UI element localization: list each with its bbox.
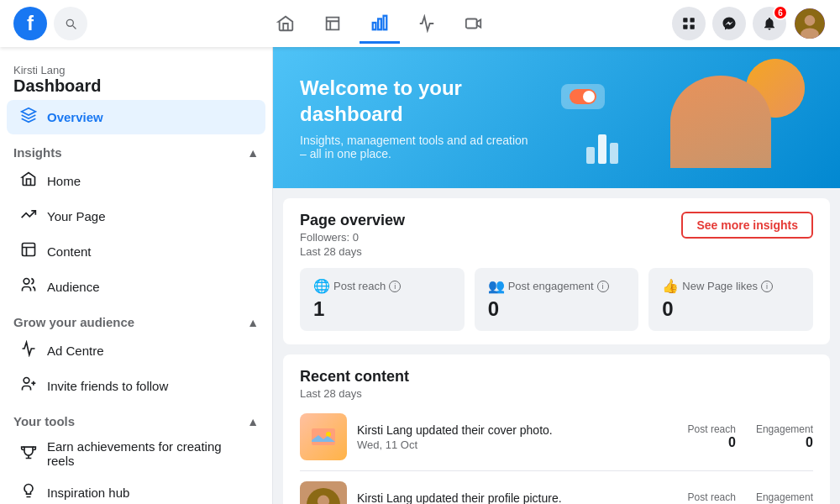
page-overview-card: Page overview Followers: 0 Last 28 days … bbox=[283, 198, 830, 344]
content-icon bbox=[20, 241, 37, 262]
grow-chevron-icon[interactable]: ▲ bbox=[247, 316, 259, 329]
new-page-likes-card: 👍 New Page likes i 0 bbox=[648, 268, 813, 331]
post-engagement-info-icon[interactable]: i bbox=[597, 281, 609, 292]
tools-chevron-icon[interactable]: ▲ bbox=[247, 415, 259, 428]
sidebar-item-invite-friends[interactable]: Invite friends to follow bbox=[7, 369, 265, 403]
sidebar-grow-title: Grow your audience bbox=[13, 315, 134, 329]
content-area: Welcome to your dashboard Insights, mana… bbox=[273, 47, 840, 504]
svg-rect-7 bbox=[690, 25, 695, 29]
nav-home-button[interactable] bbox=[265, 3, 306, 44]
lightbulb-icon bbox=[20, 482, 37, 503]
search-button[interactable] bbox=[54, 7, 87, 40]
svg-point-12 bbox=[24, 279, 29, 285]
profile-pic-stats: Post reach 0 Engagement 0 bbox=[688, 491, 813, 504]
new-page-likes-label: 👍 New Page likes i bbox=[662, 278, 800, 294]
post-engagement-label: 👥 Post engagement i bbox=[488, 278, 626, 294]
insights-chevron-icon[interactable]: ▲ bbox=[247, 146, 259, 160]
top-navigation: f 6 bbox=[0, 0, 840, 47]
main-layout: Kirsti Lang Dashboard Overview Insights … bbox=[0, 47, 840, 504]
cover-photo-desc: Kirsti Lang updated their cover photo. bbox=[357, 423, 678, 437]
svg-rect-4 bbox=[683, 18, 687, 22]
page-overview-title: Page overview bbox=[300, 212, 405, 229]
sidebar-home-label: Home bbox=[47, 174, 81, 188]
sidebar-item-overview[interactable]: Overview bbox=[7, 100, 265, 134]
nav-adcentre-button[interactable] bbox=[407, 3, 447, 44]
recent-content-header: Recent content Last 28 days bbox=[300, 368, 813, 400]
cover-photo-engagement-stat: Engagement 0 bbox=[756, 423, 813, 450]
sidebar-item-home[interactable]: Home bbox=[7, 164, 265, 198]
sidebar-grow-header: Grow your audience ▲ bbox=[0, 305, 272, 333]
layers-icon bbox=[20, 107, 37, 128]
sidebar-item-earn-achievements[interactable]: Earn achievements for creating reels bbox=[7, 433, 265, 475]
sidebar-ad-centre-label: Ad Centre bbox=[47, 344, 104, 358]
home-icon bbox=[20, 171, 37, 192]
profile-pic-desc: Kirsti Lang updated their profile pictur… bbox=[357, 491, 678, 505]
cover-photo-reach-value: 0 bbox=[688, 435, 736, 450]
svg-rect-11 bbox=[23, 244, 35, 256]
sidebar-tools-title: Your tools bbox=[13, 414, 75, 428]
svg-rect-3 bbox=[466, 19, 477, 29]
svg-point-10 bbox=[801, 28, 819, 39]
hero-illustration bbox=[544, 67, 813, 168]
svg-point-13 bbox=[24, 378, 29, 384]
sidebar-audience-label: Audience bbox=[47, 280, 100, 294]
sidebar-item-audience[interactable]: Audience bbox=[7, 270, 265, 304]
svg-rect-1 bbox=[378, 18, 381, 29]
post-reach-info-icon[interactable]: i bbox=[389, 281, 401, 292]
sidebar-item-your-page[interactable]: Your Page bbox=[7, 199, 265, 234]
globe-icon: 🌐 bbox=[313, 278, 330, 294]
post-engagement-value: 0 bbox=[488, 297, 626, 321]
hero-text: Welcome to your dashboard Insights, mana… bbox=[300, 75, 544, 160]
cover-photo-reach-label: Post reach bbox=[688, 423, 736, 435]
page-overview-title-group: Page overview Followers: 0 Last 28 days bbox=[300, 212, 405, 258]
nav-video-button[interactable] bbox=[454, 3, 494, 44]
svg-point-17 bbox=[326, 432, 331, 437]
see-more-insights-button[interactable]: See more insights bbox=[681, 212, 813, 239]
user-avatar[interactable] bbox=[793, 7, 827, 40]
sidebar-tools-header: Your tools ▲ bbox=[0, 404, 272, 432]
nav-right: 6 bbox=[672, 7, 827, 40]
hero-subtitle: Insights, management tools and ad creati… bbox=[300, 134, 535, 160]
notifications-button[interactable]: 6 bbox=[753, 7, 786, 40]
sidebar-your-page-label: Your Page bbox=[47, 209, 106, 223]
nav-pages-button[interactable] bbox=[312, 3, 353, 44]
cover-photo-date: Wed, 11 Oct bbox=[357, 438, 678, 451]
profile-pic-reach-stat: Post reach 0 bbox=[688, 491, 736, 504]
new-page-likes-value: 0 bbox=[662, 297, 800, 321]
sidebar-earn-label: Earn achievements for creating reels bbox=[47, 439, 252, 468]
trending-icon bbox=[20, 206, 37, 227]
messenger-button[interactable] bbox=[712, 7, 746, 40]
sidebar-content-label: Content bbox=[47, 244, 92, 259]
table-row: Kirsti Lang updated their cover photo. W… bbox=[300, 403, 813, 471]
nav-insights-button[interactable] bbox=[360, 3, 400, 44]
page-overview-header: Page overview Followers: 0 Last 28 days … bbox=[300, 212, 813, 258]
sidebar-user-subtitle: Kirsti Lang bbox=[13, 64, 259, 76]
sidebar-invite-label: Invite friends to follow bbox=[47, 379, 168, 393]
cover-photo-stats: Post reach 0 Engagement 0 bbox=[688, 423, 813, 450]
cover-photo-thumb bbox=[300, 413, 347, 460]
sidebar-insights-title: Insights bbox=[13, 145, 62, 160]
sidebar-item-content[interactable]: Content bbox=[7, 234, 265, 269]
post-engagement-card: 👥 Post engagement i 0 bbox=[475, 268, 639, 331]
page-overview-followers: Followers: 0 bbox=[300, 231, 405, 244]
trophy-icon bbox=[20, 444, 37, 465]
cover-photo-reach-stat: Post reach 0 bbox=[688, 423, 736, 450]
grid-button[interactable] bbox=[672, 7, 706, 40]
profile-pic-engagement-label: Engagement bbox=[756, 491, 813, 503]
sidebar-item-inspiration-hub[interactable]: Inspiration hub bbox=[7, 475, 265, 504]
svg-rect-2 bbox=[384, 15, 387, 29]
post-reach-label: 🌐 Post reach i bbox=[313, 278, 451, 294]
sidebar: Kirsti Lang Dashboard Overview Insights … bbox=[0, 47, 273, 504]
hero-title: Welcome to your dashboard bbox=[300, 75, 544, 127]
sidebar-inspiration-label: Inspiration hub bbox=[47, 486, 129, 500]
facebook-logo[interactable]: f bbox=[13, 7, 47, 40]
page-overview-period: Last 28 days bbox=[300, 245, 405, 258]
svg-rect-6 bbox=[683, 25, 687, 29]
svg-point-9 bbox=[805, 15, 816, 26]
sidebar-user-info: Kirsti Lang Dashboard bbox=[0, 57, 272, 99]
sidebar-user-title: Dashboard bbox=[13, 76, 259, 96]
new-page-likes-info-icon[interactable]: i bbox=[761, 281, 773, 292]
svg-rect-5 bbox=[690, 18, 695, 22]
sidebar-item-ad-centre[interactable]: Ad Centre bbox=[7, 333, 265, 368]
cover-photo-engagement-label: Engagement bbox=[756, 423, 813, 435]
